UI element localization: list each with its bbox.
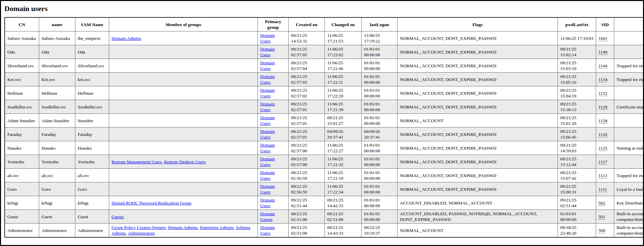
- group-link[interactable]: Administrators: [128, 231, 155, 236]
- sid-value: 1111: [598, 187, 607, 192]
- primary-group-link[interactable]: Domain Users: [260, 60, 275, 71]
- primary-group-link[interactable]: Domain Users: [260, 225, 275, 236]
- cell-sid: 1128: [596, 114, 614, 128]
- cell-created_on: 09/21/25 02:56:59: [289, 182, 325, 196]
- cell-pwd_last_set: 01/01/01 00:00:00: [558, 210, 596, 224]
- cell-flags: NORMAL_ACCOUNT, DONT_EXPIRE_PASSWD: [398, 73, 558, 86]
- sid-value: 1125: [598, 146, 607, 151]
- sid-value: 1601: [598, 36, 607, 41]
- cell-member_of: [109, 73, 258, 86]
- primary-group-link[interactable]: Domain Users: [260, 184, 275, 194]
- group-link[interactable]: Domain Admins: [168, 225, 198, 230]
- cell-sid: 500: [596, 224, 614, 238]
- cell-changed_on: 11/06/25 17:21:19: [325, 169, 362, 182]
- cell-changed_on: 11/06/25 17:21:53: [325, 31, 362, 45]
- cell-pwd_last_set: 09/21/25 15:04:19: [558, 86, 596, 100]
- cell-changed_on: 11/06/25 17:21:46: [325, 59, 362, 73]
- primary-group-link[interactable]: Domain Users: [260, 88, 275, 98]
- group-link[interactable]: Remote Desktop Users: [164, 159, 206, 164]
- cell-pwd_last_set: 09/21/25 15:06:45: [558, 128, 596, 141]
- cell-created_on: 09/21/25 02:57:03: [289, 73, 325, 86]
- cell-name: Yorinobu: [39, 155, 75, 169]
- column-header-description: description: [614, 17, 644, 31]
- cell-member_of: [109, 169, 258, 182]
- cell-primary_group: Domain Users: [258, 141, 289, 155]
- column-header-last_logon: lastLogon: [362, 17, 398, 31]
- cell-sid: 1144: [596, 59, 614, 73]
- cell-pwd_last_set: 09/21/25 15:07:42: [558, 169, 596, 182]
- cell-name: Saburo Arasaka: [39, 31, 75, 45]
- cell-name: krbtgt: [39, 196, 75, 210]
- group-link[interactable]: Enterprise Admins: [200, 225, 234, 230]
- cell-primary_group: Domain Users: [258, 224, 289, 238]
- cell-created_on: 09/21/25 14:52:32: [289, 31, 325, 45]
- cell-sid: 1134: [596, 73, 614, 86]
- cell-name: Adam Smasher: [39, 114, 75, 128]
- cell-member_of: Group Policy Creator Owners, Domain Admi…: [109, 224, 258, 238]
- cell-changed_on: 11/06/25 17:21:39: [325, 100, 362, 114]
- cell-cn: Saburo Arasaka: [5, 31, 39, 45]
- sid-value: 502: [598, 200, 605, 206]
- cell-primary_group: Domain Guests: [258, 210, 289, 224]
- cell-last_logon: 01/01/01 00:00:00: [362, 86, 398, 100]
- group-link[interactable]: Domain Admins: [112, 36, 141, 41]
- cell-name: Hanako: [39, 141, 75, 155]
- cell-sam: Guest: [75, 210, 109, 224]
- cell-cn: Oda: [5, 45, 39, 59]
- cell-name: Guest: [39, 210, 75, 224]
- column-header-cn: CN: [5, 17, 39, 31]
- table-row: OdaOdaOdaDomain Users09/21/25 02:57:0511…: [5, 45, 644, 59]
- cell-created_on: 09/21/25 02:57:01: [289, 114, 325, 128]
- primary-group-link[interactable]: Domain Users: [260, 74, 275, 85]
- primary-group-link[interactable]: Domain Guests: [260, 211, 275, 222]
- table-row: alt.svcalt.svcalt.svcDomain Users09/21/2…: [5, 169, 644, 182]
- cell-primary_group: Domain Users: [258, 59, 289, 73]
- sid-value: 1117: [598, 159, 607, 165]
- table-head-row: CNnameSAM NameMember of groupsPrimary gr…: [5, 17, 644, 31]
- cell-description: Key Distribution Center Service Account: [614, 196, 644, 210]
- cell-pwd_last_set: 09/21/25 15:05:16: [558, 73, 596, 86]
- group-link[interactable]: Group Policy Creator Owners: [112, 225, 166, 230]
- primary-group-link[interactable]: Domain Users: [260, 129, 275, 140]
- cell-cn: Hanako: [5, 141, 39, 155]
- cell-flags: NORMAL_ACCOUNT, DONT_EXPIRE_PASSWD: [398, 128, 558, 141]
- primary-group-link[interactable]: Domain Users: [260, 33, 275, 44]
- cell-last_logon: 01/01/01 00:00:00: [362, 114, 398, 128]
- table-body: Saburo ArasakaSaburo Arasakathe_emperorD…: [5, 31, 644, 238]
- cell-flags: ACCOUNT_DISABLED, NORMAL_ACCOUNT: [398, 196, 558, 210]
- cell-member_of: [109, 128, 258, 141]
- primary-group-link[interactable]: Domain Users: [260, 47, 275, 57]
- cell-sid: 1129: [596, 100, 614, 114]
- cell-member_of: [109, 45, 258, 59]
- table-head: CNnameSAM NameMember of groupsPrimary gr…: [5, 17, 644, 31]
- cell-created_on: 09/21/25 02:57:01: [289, 100, 325, 114]
- table-row: FaradayFaradayFaradayDomain Users09/21/2…: [5, 128, 644, 141]
- primary-group-link[interactable]: Domain Users: [260, 197, 275, 208]
- primary-group-link[interactable]: Domain Users: [260, 156, 275, 167]
- primary-group-link[interactable]: Domain Users: [260, 115, 275, 126]
- cell-description: Trapped for eternity: [614, 169, 644, 182]
- sid-value: 1132: [598, 91, 607, 96]
- group-link[interactable]: Denied RODC Password Replication Group: [112, 200, 191, 206]
- primary-group-link[interactable]: Domain Users: [260, 170, 275, 181]
- sid-value: 1129: [598, 104, 607, 110]
- column-header-pwd_last_set: pwdLastSet: [558, 17, 596, 31]
- table-row: HanakoHanakoHanakoDomain Users09/21/25 0…: [5, 141, 644, 155]
- cell-last_logon: 01/01/01 00:00:00: [362, 45, 398, 59]
- sid-value: 1128: [598, 118, 607, 124]
- group-link[interactable]: Guests: [112, 214, 124, 219]
- primary-group-link[interactable]: Domain Users: [260, 143, 275, 153]
- cell-primary_group: Domain Users: [258, 100, 289, 114]
- cell-member_of: Guests: [109, 210, 258, 224]
- cell-pwd_last_set: 09/21/25 02:51:44: [558, 196, 596, 210]
- cell-sid: 1149: [596, 45, 614, 59]
- cell-cn: krbtgt: [5, 196, 39, 210]
- table-row: YorinobuYorinobuYorinobuRemote Managemen…: [5, 155, 644, 169]
- cell-cn: Faraday: [5, 128, 39, 141]
- cell-description: Trapped for eternity: [614, 59, 644, 73]
- cell-pwd_last_set: 09/21/25 15:00:31: [558, 182, 596, 196]
- cell-sam: Soulkiller.svc: [75, 100, 109, 114]
- group-link[interactable]: Remote Management Users: [112, 159, 162, 164]
- primary-group-link[interactable]: Domain Users: [260, 101, 275, 112]
- cell-changed_on: 09/21/25 02:51:00: [325, 210, 362, 224]
